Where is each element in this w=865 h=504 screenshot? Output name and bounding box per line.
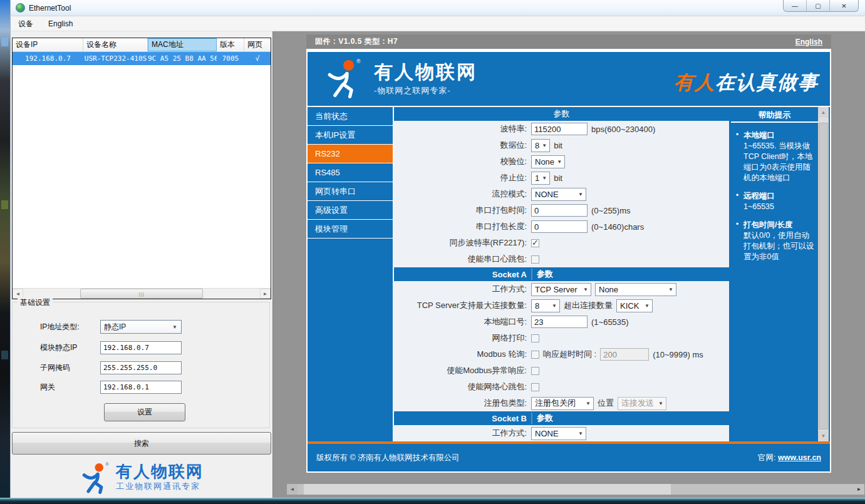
site-link[interactable]: www.usr.cn [778, 453, 821, 462]
kick-select[interactable]: KICK▼ [616, 299, 653, 312]
set-button[interactable]: 设置 [104, 403, 185, 421]
close-button[interactable]: ✕ [830, 0, 858, 11]
slogan-white: 在认真做事 [715, 71, 819, 93]
scroll-right-arrow-icon[interactable]: ► [854, 484, 864, 495]
menu-item-english[interactable]: English [41, 16, 80, 31]
socket-b-params: 参数 [531, 413, 553, 424]
work-mode-a-select[interactable]: TCP Server▼ [531, 283, 591, 296]
socket-b-title: Socket B [394, 414, 531, 423]
slogan: 有人在认真做事 [674, 69, 819, 96]
reg-pkt-pos-label: 位置 [598, 398, 614, 409]
pack-time-suffix: (0~255)ms [591, 206, 631, 215]
modbus-poll-row: Modbus 轮询: ✓ 响应超时时间 : (10~9999) ms [394, 346, 729, 363]
nav-item-local-ip[interactable]: 本机IP设置 [308, 126, 393, 145]
data-bits-row: 数据位: 8▼ bit [394, 137, 729, 153]
app-logo-area: ® 有人物联网 工业物联网通讯专家 [11, 458, 272, 498]
scroll-left-arrow-icon[interactable]: ◄ [287, 484, 298, 495]
gateway-input[interactable] [100, 381, 182, 394]
nav-item-module-mgmt[interactable]: 模块管理 [308, 220, 393, 239]
work-mode-b-select[interactable]: NONE▼ [531, 427, 586, 440]
scroll-track[interactable]: ||| [23, 289, 260, 299]
ip-type-value: 静态IP [104, 322, 126, 332]
site-block: 官网: www.usr.cn [758, 453, 821, 463]
modbus-poll-checkbox[interactable]: ✓ [531, 351, 539, 359]
search-button[interactable]: 搜索 [12, 432, 271, 455]
scroll-track[interactable] [298, 484, 854, 495]
parity-row: 校验位: None▼ [394, 153, 729, 170]
chevron-down-icon: ▼ [557, 159, 562, 165]
basic-settings-group: 基础设置 IP地址类型: 静态IP ▼ 模块静态IP 子网掩码 [12, 302, 270, 428]
site-label: 官网: [758, 453, 775, 462]
pack-len-input[interactable] [531, 220, 588, 233]
reg-pkt-select[interactable]: 注册包关闭▼ [531, 397, 594, 410]
static-ip-input[interactable] [100, 341, 182, 354]
scroll-thumb[interactable] [819, 123, 828, 429]
scroll-thumb[interactable] [304, 484, 671, 495]
work-mode-a-sub-select[interactable]: None▼ [595, 283, 676, 296]
browser-hscrollbar[interactable]: ◄ ► [287, 484, 864, 495]
bullet-icon: • [736, 220, 743, 262]
data-bits-select[interactable]: 8▼ [531, 139, 550, 152]
sync-baud-checkbox[interactable]: ✓ [531, 239, 539, 247]
english-link[interactable]: English [795, 38, 822, 46]
chevron-down-icon: ▼ [583, 287, 588, 292]
column-header-device-name[interactable]: 设备名称 [83, 38, 148, 51]
table-row[interactable]: 192.168.0.7 USR-TCP232-410S 9C A5 25 B8 … [13, 52, 271, 65]
column-header-mac[interactable]: MAC地址 [148, 38, 217, 51]
net-print-checkbox[interactable]: ✓ [531, 334, 539, 342]
column-header-version[interactable]: 版本 [217, 38, 244, 51]
help-list: • 本地端口1~65535. 当模块做TCP Client时，本地端口为0表示使… [731, 123, 818, 262]
local-port-row: 本地端口号: (1~65535) [394, 314, 729, 330]
nav-item-web-to-serial[interactable]: 网页转串口 [308, 182, 393, 201]
minimize-button[interactable]: — [784, 0, 807, 11]
scroll-track[interactable] [818, 118, 829, 431]
running-man-icon: ® [324, 58, 365, 100]
help-item-title: 远程端口 [743, 191, 775, 202]
svg-text:®: ® [106, 462, 109, 466]
net-heartbeat-row: 使能网络心跳包: ✓ [394, 379, 729, 395]
stop-bits-select[interactable]: 1▼ [531, 172, 550, 185]
pack-time-input[interactable] [531, 204, 588, 217]
modbus-exc-checkbox[interactable]: ✓ [531, 367, 539, 375]
nav-item-rs232[interactable]: RS232 [308, 145, 393, 163]
column-header-device-ip[interactable]: 设备IP [13, 38, 83, 51]
section-header-socket-b: Socket B 参数 [394, 411, 729, 425]
scroll-down-arrow-icon[interactable]: ▼ [818, 431, 829, 441]
screen: EthernetTool — ▢ ✕ 设备 English 设备IP 设备名称 … [0, 0, 865, 504]
reg-pkt-row: 注册包类型: 注册包关闭▼ 位置 连接发送▼ [394, 395, 729, 411]
baud-input[interactable] [531, 123, 588, 135]
scroll-up-arrow-icon[interactable]: ▲ [818, 107, 829, 118]
baud-suffix: bps(600~230400) [591, 125, 655, 134]
nav-item-rs485[interactable]: RS485 [308, 163, 393, 182]
cell-web-link[interactable]: √ [244, 52, 271, 65]
resp-timeout-label: 响应超时时间 : [543, 349, 596, 360]
help-title: 帮助提示 [731, 107, 818, 123]
data-bits-suffix: bit [554, 141, 562, 150]
parity-select[interactable]: None▼ [531, 155, 565, 168]
pack-time-row: 串口打包时间: (0~255)ms [394, 202, 729, 219]
usr-logo: ® 有人物联网 工业物联网通讯专家 [80, 462, 204, 495]
svg-text:®: ® [356, 58, 361, 64]
serial-heartbeat-label: 使能串口心跳包: [394, 254, 531, 265]
baud-row: 波特率: bps(600~230400) [394, 121, 729, 137]
subnet-input[interactable] [100, 361, 182, 374]
max-conn-select[interactable]: 8▼ [531, 299, 560, 312]
menu-item-device[interactable]: 设备 [11, 16, 41, 31]
net-heartbeat-checkbox[interactable]: ✓ [531, 383, 539, 391]
flow-ctrl-select[interactable]: NONE▼ [531, 188, 586, 201]
ip-type-select[interactable]: 静态IP ▼ [100, 320, 182, 334]
scroll-thumb[interactable]: ||| [80, 289, 204, 299]
chevron-down-icon: ▼ [552, 303, 557, 309]
column-header-web[interactable]: 网页 [244, 38, 271, 51]
cell-mac: 9C A5 25 B8 AA 56 [148, 52, 217, 65]
parity-label: 校验位: [394, 156, 531, 167]
serial-heartbeat-checkbox[interactable]: ✓ [531, 255, 539, 264]
nav-item-advanced[interactable]: 高级设置 [308, 201, 393, 220]
local-port-input[interactable] [531, 316, 588, 328]
title-bar[interactable]: EthernetTool — ▢ ✕ [11, 0, 865, 16]
nav-item-current-status[interactable]: 当前状态 [308, 107, 393, 126]
bullet-icon: • [736, 130, 743, 183]
scroll-right-arrow-icon[interactable]: ► [260, 289, 271, 299]
maximize-button[interactable]: ▢ [807, 0, 830, 11]
page-vscrollbar[interactable]: ▲ ▼ [818, 107, 829, 441]
